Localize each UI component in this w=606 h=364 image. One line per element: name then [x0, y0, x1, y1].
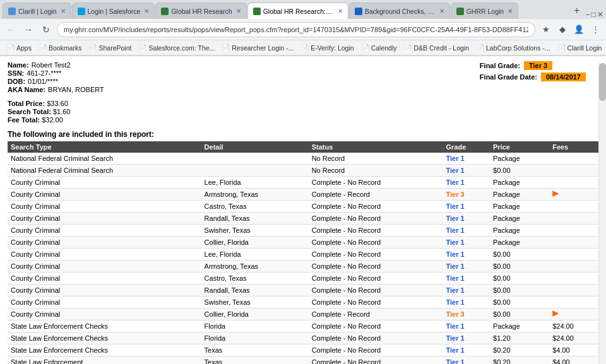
price-cell: $0.00: [490, 308, 549, 320]
fee-total-label: Fee Total:: [8, 116, 40, 124]
grade-cell: Tier 1: [443, 225, 490, 237]
search-type-cell: County Criminal: [8, 285, 201, 296]
bookmark-item[interactable]: 📄Calendly: [359, 44, 400, 52]
name-value: Robert Test2: [32, 61, 71, 69]
table-row: County Criminal Collier, Florida Complet…: [8, 237, 598, 249]
tab-close-icon[interactable]: ✕: [144, 8, 149, 15]
fees-cell: [549, 201, 598, 204]
browser-tab-tab3[interactable]: Global HR Research ✕: [155, 3, 246, 19]
tab-close-icon[interactable]: ✕: [439, 8, 444, 15]
price-cell: $1.20: [490, 332, 549, 344]
browser-tab-tab5[interactable]: Background Checks, Screening, ✕: [349, 3, 450, 19]
grade-cell: Tier 1: [443, 273, 490, 285]
menu-icon[interactable]: ⋮: [588, 23, 602, 37]
price-cell: $0.20: [490, 344, 549, 356]
detail-cell: Armstrong, Texas: [201, 189, 309, 201]
bookmark-item[interactable]: 📄Researcher Login -...: [219, 44, 297, 52]
tab-close-icon[interactable]: ✕: [61, 8, 66, 15]
final-grade-label: Final Grade:: [480, 62, 520, 69]
table-row: County Criminal Armstrong, Texas Complet…: [8, 261, 598, 273]
search-type-cell: County Criminal: [8, 237, 201, 249]
fees-cell: [549, 225, 598, 228]
bookmark-label: Calendly: [371, 44, 397, 52]
status-cell: No Record: [309, 153, 443, 165]
bookmark-label: Bookmarks: [49, 44, 82, 52]
maximize-button[interactable]: □: [591, 10, 596, 19]
search-type-cell: County Criminal: [8, 249, 201, 261]
scrollbar-thumb[interactable]: [599, 63, 606, 101]
fees-cell: $24.00: [549, 320, 598, 332]
final-grade-date-value: 08/14/2017: [541, 73, 586, 81]
price-cell: $0.00: [490, 249, 549, 261]
bookmark-item[interactable]: 📄Bookmarks: [36, 44, 85, 52]
bookmark-item[interactable]: 📄Apps: [4, 44, 35, 52]
section-title: The following are included in this repor…: [8, 130, 598, 139]
price-cell: $0.20: [490, 356, 549, 365]
status-cell: Complete - No Record: [309, 225, 443, 237]
aka-value: BRYAN, ROBERT: [48, 86, 104, 93]
flag-icon: [552, 310, 559, 317]
browser-tab-tab6[interactable]: GHRR Login ✕: [451, 3, 519, 19]
fees-cell: [549, 177, 598, 180]
tab-label: Global HR Research: [171, 8, 232, 15]
back-button[interactable]: ←: [4, 23, 18, 37]
detail-cell: Swisher, Texas: [201, 225, 309, 237]
fees-cell: [549, 153, 598, 156]
status-cell: Complete - No Record: [309, 177, 443, 189]
final-grade-date-row: Final Grade Date: 08/14/2017: [480, 73, 586, 81]
detail-cell: Texas: [201, 344, 309, 356]
price-cell: $0.00: [490, 273, 549, 285]
header-section: Name: Robert Test2 SSN: 461-27-**** DOB:…: [8, 61, 598, 97]
tab-label: GHRR Login: [466, 8, 504, 15]
address-bar[interactable]: [57, 22, 535, 37]
table-row: County Criminal Randall, Texas Complete …: [8, 285, 598, 296]
status-cell: Complete - No Record: [309, 273, 443, 285]
profile-icon[interactable]: 👤: [572, 23, 586, 37]
extensions-icon[interactable]: ◆: [556, 23, 569, 37]
table-row: County Criminal Castro, Texas Complete -…: [8, 273, 598, 285]
search-type-cell: State Law Enforcement: [8, 356, 201, 365]
bookmark-item[interactable]: 📄Clarill Login: [555, 44, 602, 52]
tab-close-icon[interactable]: ✕: [236, 8, 241, 15]
fees-cell: [549, 285, 598, 288]
bookmark-label: LabCorp Solutions -...: [486, 44, 550, 52]
bookmark-item[interactable]: 📄Salesforce.com: The...: [136, 44, 218, 52]
bookmark-favicon: 📄: [222, 44, 230, 51]
bookmark-label: SharePoint: [98, 44, 131, 52]
status-cell: Complete - No Record: [309, 213, 443, 225]
price-cell: $0.00: [490, 296, 549, 308]
close-button[interactable]: ✕: [597, 10, 603, 19]
table-row: National Federal Criminal Search No Reco…: [8, 165, 598, 177]
forward-button[interactable]: →: [21, 23, 35, 37]
scrollbar[interactable]: [598, 63, 606, 364]
fees-cell: $4.00: [549, 356, 598, 364]
bookmark-item[interactable]: 📄LabCorp Solutions -...: [473, 44, 554, 52]
tab-close-icon[interactable]: ✕: [508, 8, 513, 15]
name-label: Name:: [8, 61, 29, 69]
final-grade-date-label: Final Grade Date:: [480, 73, 537, 81]
bookmark-item[interactable]: 📄E-Verify: Login: [298, 44, 357, 52]
bookmark-item[interactable]: 📄D&B Credit - Login: [401, 44, 472, 52]
browser-tab-tab4[interactable]: Global HR Research: Report Re... ✕: [247, 3, 348, 19]
browser-tab-tab2[interactable]: Login | Salesforce ✕: [72, 3, 155, 19]
new-tab-button[interactable]: +: [569, 3, 585, 19]
report-table: Search TypeDetailStatusGradePriceFees Na…: [8, 141, 598, 364]
bookmark-item[interactable]: 📄SharePoint: [86, 44, 134, 52]
minimize-button[interactable]: −: [586, 10, 590, 19]
grade-cell: Tier 1: [443, 153, 490, 165]
refresh-button[interactable]: ↻: [39, 23, 53, 37]
search-type-cell: National Federal Criminal Search: [8, 153, 201, 165]
bookmark-label: Apps: [16, 44, 32, 52]
tab-close-icon[interactable]: ✕: [338, 8, 343, 15]
price-cell: Package: [490, 201, 549, 213]
detail-cell: Texas: [201, 356, 309, 365]
person-info: Name: Robert Test2 SSN: 461-27-**** DOB:…: [8, 61, 104, 93]
browser-tab-tab1[interactable]: Clarill | Login ✕: [3, 3, 71, 19]
detail-cell: [201, 165, 309, 177]
bookmark-star-icon[interactable]: ★: [539, 23, 553, 37]
status-cell: Complete - No Record: [309, 249, 443, 261]
table-row: County Criminal Swisher, Texas Complete …: [8, 296, 598, 308]
grade-cell: Tier 1: [443, 177, 490, 189]
grade-cell: Tier 1: [443, 332, 490, 344]
fees-cell: [549, 273, 598, 276]
